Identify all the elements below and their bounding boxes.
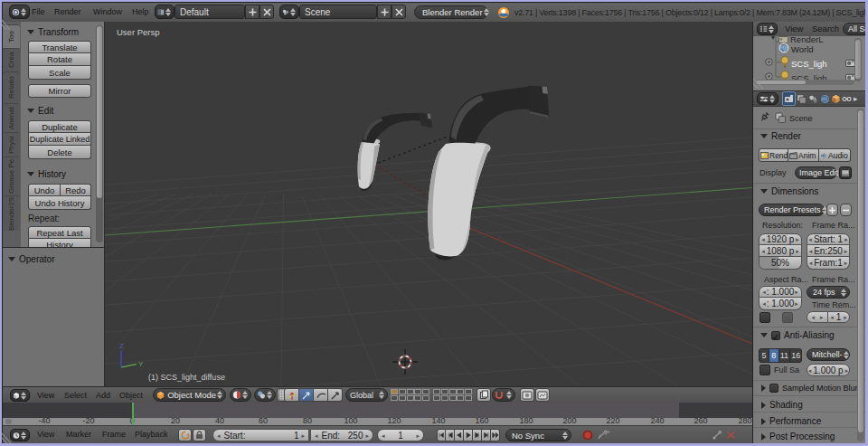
svg-text:(1) SCS_light_diffuse: (1) SCS_light_diffuse	[148, 373, 225, 382]
svg-text:User Persp: User Persp	[117, 27, 160, 37]
svg-text:Y: Y	[138, 360, 144, 368]
svg-text:Z: Z	[119, 342, 124, 350]
